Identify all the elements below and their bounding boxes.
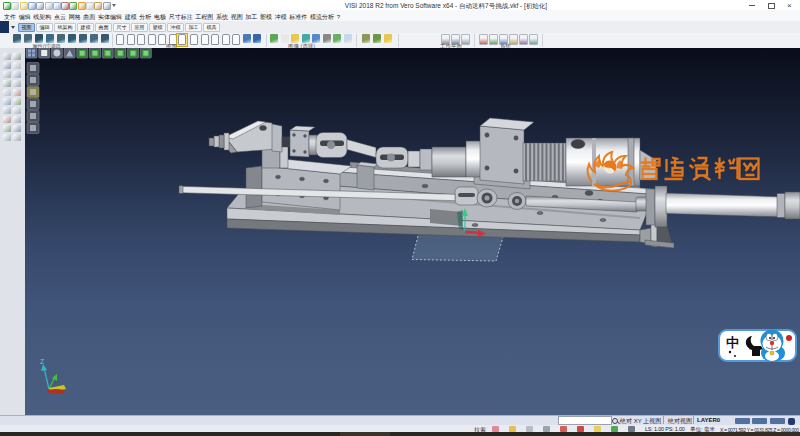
svg-text:中: 中 <box>726 335 739 350</box>
svg-text:Z: Z <box>40 358 45 365</box>
